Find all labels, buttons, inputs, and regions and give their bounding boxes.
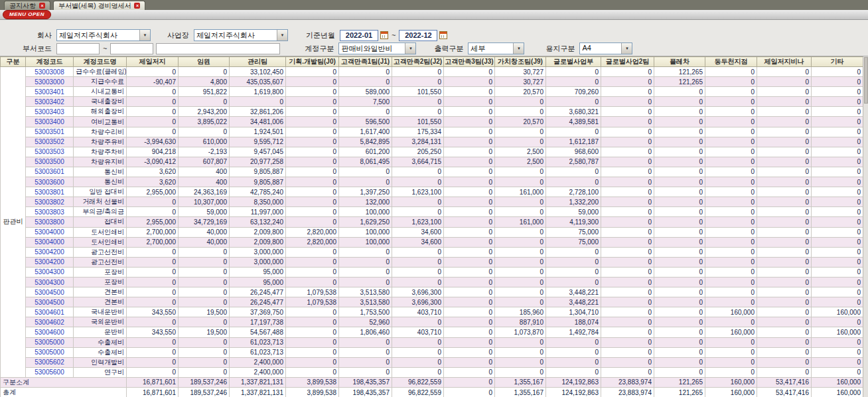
tab-expense-report[interactable]: 부서별(세목) 경비명세서 × bbox=[53, 1, 145, 10]
account-code-cell[interactable]: 53003800 bbox=[26, 217, 74, 227]
table-row[interactable]: 53003800접대비2,955,00034,729,16963,132,240… bbox=[1, 217, 863, 227]
column-header[interactable]: 기획.개발팀(J0) bbox=[286, 57, 339, 67]
account-code-cell[interactable]: 53004200 bbox=[26, 257, 74, 267]
table-row[interactable]: 53003401시내교통비0951,8221,619,8000589,00010… bbox=[1, 87, 863, 97]
account-code-cell[interactable]: 53004300 bbox=[26, 277, 74, 287]
account-code-cell[interactable]: 53003401 bbox=[26, 87, 74, 97]
account-type-select[interactable]: 판매비와일반비 ▼ bbox=[338, 42, 416, 54]
table-row[interactable]: 53003601통신비3,6204009,805,88700000000000 bbox=[1, 167, 863, 177]
account-code-cell[interactable]: 53003503 bbox=[26, 147, 74, 157]
account-code-cell[interactable]: 53003600 bbox=[26, 177, 74, 187]
account-name-cell[interactable]: 통신비 bbox=[74, 177, 127, 187]
calendar-icon[interactable] bbox=[380, 31, 388, 39]
account-code-cell[interactable]: 53004000 bbox=[26, 227, 74, 237]
table-row[interactable]: 53004200광고선전비003,000,00000000000000 bbox=[1, 247, 863, 257]
column-header[interactable]: 플레차 bbox=[654, 57, 705, 67]
table-row[interactable]: 판관비53003008급수수료(클레임)0033,102,450000030,7… bbox=[1, 67, 863, 77]
account-code-cell[interactable]: 53003000 bbox=[26, 77, 74, 87]
account-code-cell[interactable]: 53005000 bbox=[26, 337, 74, 347]
account-name-cell[interactable]: 시내교통비 bbox=[74, 87, 127, 97]
account-code-cell[interactable]: 53003802 bbox=[26, 197, 74, 207]
account-code-cell[interactable]: 53004602 bbox=[26, 317, 74, 327]
table-row[interactable]: 53004500견본비0026,245,4771,079,5383,513,58… bbox=[1, 297, 863, 307]
table-row[interactable]: 53003600통신비3,6204009,805,88700000000000 bbox=[1, 177, 863, 187]
account-code-cell[interactable]: 53004200 bbox=[26, 247, 74, 257]
table-row[interactable]: 53003502차량주유비-3,994,630610,0009,595,7120… bbox=[1, 137, 863, 147]
vertical-scrollbar[interactable] bbox=[863, 56, 868, 397]
column-header[interactable]: 기타 bbox=[812, 57, 863, 67]
account-name-cell[interactable]: 인력개발비 bbox=[74, 357, 127, 367]
account-name-cell[interactable]: 광고선전비 bbox=[74, 247, 127, 257]
table-row[interactable]: 53003503차량주차비904,218-2,1939,457,0450601,… bbox=[1, 147, 863, 157]
account-name-cell[interactable]: 지급수수료 bbox=[74, 77, 127, 87]
account-code-cell[interactable]: 53004300 bbox=[26, 267, 74, 277]
account-code-cell[interactable]: 53004500 bbox=[26, 287, 74, 297]
account-code-cell[interactable]: 53004601 bbox=[26, 307, 74, 317]
column-header[interactable]: 관리팀 bbox=[230, 57, 286, 67]
paper-type-select[interactable]: A4 ▼ bbox=[579, 42, 632, 54]
column-header[interactable]: 고객만족3팀(J3) bbox=[444, 57, 495, 67]
account-code-cell[interactable]: 53004000 bbox=[26, 237, 74, 247]
account-code-cell[interactable]: 53003402 bbox=[26, 97, 74, 107]
table-row[interactable]: 53003402국내출장비00007,500000000000 bbox=[1, 97, 863, 107]
account-name-cell[interactable]: 견본비 bbox=[74, 297, 127, 307]
column-header[interactable]: 동두천지점 bbox=[705, 57, 757, 67]
account-code-cell[interactable]: 53003501 bbox=[26, 127, 74, 137]
account-name-cell[interactable]: 통신비 bbox=[74, 167, 127, 177]
account-name-cell[interactable]: 차량유지비 bbox=[74, 157, 127, 167]
account-name-cell[interactable]: 도서인쇄비 bbox=[74, 237, 127, 247]
output-type-select[interactable]: 세부 ▼ bbox=[468, 42, 524, 54]
table-row[interactable]: 53003400여비교통비03,895,02234,481,0060596,50… bbox=[1, 117, 863, 127]
period-from-input[interactable] bbox=[340, 30, 378, 41]
account-name-cell[interactable]: 포장비 bbox=[74, 277, 127, 287]
table-row[interactable]: 53004000도서인쇄비2,700,00040,0002,009,8002,8… bbox=[1, 237, 863, 247]
account-name-cell[interactable]: 차량수리비 bbox=[74, 127, 127, 137]
account-name-cell[interactable]: 여비교통비 bbox=[74, 117, 127, 127]
account-name-cell[interactable]: 수출제비 bbox=[74, 347, 127, 357]
dept-code-to-input[interactable] bbox=[110, 43, 153, 54]
account-name-cell[interactable]: 차량주유비 bbox=[74, 137, 127, 147]
account-name-cell[interactable]: 광고선전비 bbox=[74, 257, 127, 267]
account-name-cell[interactable]: 접대비 bbox=[74, 217, 127, 227]
close-icon[interactable]: × bbox=[39, 3, 45, 9]
account-code-cell[interactable]: 53004600 bbox=[26, 327, 74, 337]
account-code-cell[interactable]: 53003500 bbox=[26, 157, 74, 167]
table-row[interactable]: 53004200광고선전비003,000,00000000000000 bbox=[1, 257, 863, 267]
calendar-icon[interactable] bbox=[439, 31, 447, 39]
table-row[interactable]: 53004300포장비0095,00000000000000 bbox=[1, 277, 863, 287]
column-header[interactable]: 가치창조팀(J9) bbox=[495, 57, 546, 67]
account-name-cell[interactable]: 국외운반비 bbox=[74, 317, 127, 327]
column-header[interactable]: 제일저지비나 bbox=[757, 57, 812, 67]
account-code-cell[interactable]: 53003801 bbox=[26, 187, 74, 197]
table-row[interactable]: 53003501차량수리비001,924,50101,617,400175,33… bbox=[1, 127, 863, 137]
table-row[interactable]: 53003801일반 접대비2,955,00024,363,16942,785,… bbox=[1, 187, 863, 197]
scrollbar-thumb[interactable] bbox=[864, 57, 868, 104]
table-row[interactable]: 53004500견본비0026,245,4771,079,5383,513,58… bbox=[1, 287, 863, 297]
account-name-cell[interactable]: 견본비 bbox=[74, 287, 127, 297]
account-name-cell[interactable]: 운반비 bbox=[74, 327, 127, 337]
account-name-cell[interactable]: 도서인쇄비 bbox=[74, 227, 127, 237]
column-header[interactable]: 글로벌사업부 bbox=[546, 57, 601, 67]
account-code-cell[interactable]: 53003803 bbox=[26, 207, 74, 217]
column-header[interactable]: 임원 bbox=[179, 57, 230, 67]
account-code-cell[interactable]: 53003008 bbox=[26, 67, 74, 77]
column-header[interactable]: 구분 bbox=[1, 57, 26, 67]
account-name-cell[interactable]: 일반 접대비 bbox=[74, 187, 127, 197]
column-header[interactable]: 글로벌사업2팀 bbox=[601, 57, 654, 67]
table-row[interactable]: 53004000도서인쇄비2,700,00040,0002,009,8002,8… bbox=[1, 227, 863, 237]
account-name-cell[interactable]: 국내운반비 bbox=[74, 307, 127, 317]
account-code-cell[interactable]: 53003601 bbox=[26, 167, 74, 177]
account-code-cell[interactable]: 53003502 bbox=[26, 137, 74, 147]
column-header[interactable]: 계정코드 bbox=[26, 57, 74, 67]
table-row[interactable]: 53003803부의금/축의금059,00011,997,0000100,000… bbox=[1, 207, 863, 217]
workplace-select[interactable]: 제일저지주식회사 ▼ bbox=[194, 29, 288, 41]
account-code-cell[interactable]: 53005000 bbox=[26, 347, 74, 357]
column-header[interactable]: 계정코드명 bbox=[74, 57, 127, 67]
table-row[interactable]: 53004601국내운반비343,55019,50037,369,75001,7… bbox=[1, 307, 863, 317]
table-row[interactable]: 53005600연구비002,400,00000000000000 bbox=[1, 367, 863, 377]
table-row[interactable]: 53005000수출제비0061,023,71300000000000 bbox=[1, 337, 863, 347]
menu-open-button[interactable]: MENU OPEN bbox=[3, 10, 51, 19]
account-name-cell[interactable]: 포장비 bbox=[74, 267, 127, 277]
table-row[interactable]: 53005000수출제비0061,023,71300000000000 bbox=[1, 347, 863, 357]
account-name-cell[interactable]: 급수수료(클레임) bbox=[74, 67, 127, 77]
